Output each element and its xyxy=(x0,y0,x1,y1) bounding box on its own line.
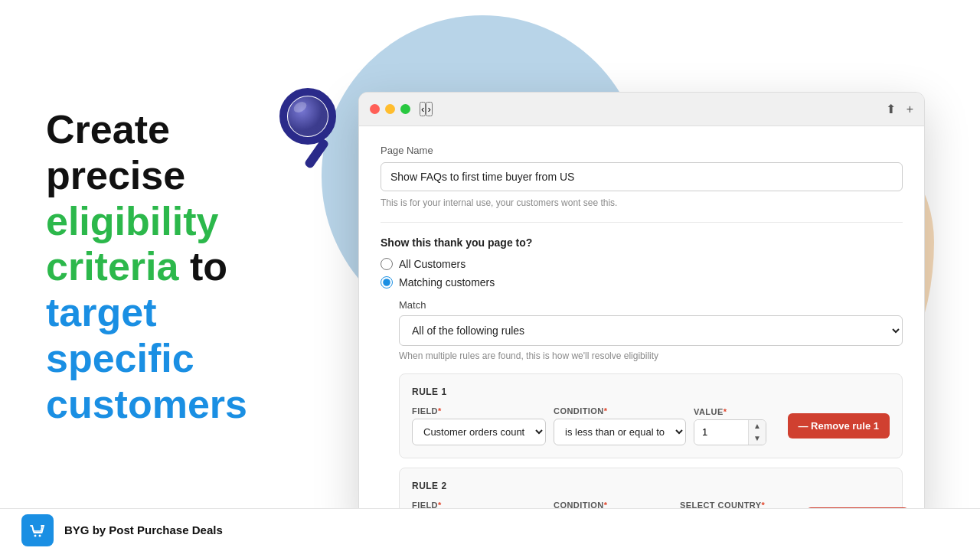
rule-1-condition-col: CONDITION* is less than or equal to is g… xyxy=(554,406,686,445)
page-name-hint: This is for your internal use, your cust… xyxy=(381,197,903,208)
forward-button[interactable]: › xyxy=(426,102,432,116)
rule-1-value-input[interactable] xyxy=(694,420,748,444)
page-name-input[interactable] xyxy=(381,162,903,191)
rule-1-field-select[interactable]: Customer orders count Customer country C… xyxy=(412,419,546,445)
all-customers-option[interactable]: All Customers xyxy=(381,258,903,270)
rule-1-condition-select[interactable]: is less than or equal to is greater than… xyxy=(554,419,686,445)
minimize-button[interactable] xyxy=(385,104,395,114)
rule-1-decrement[interactable]: ▼ xyxy=(749,432,766,445)
svg-point-6 xyxy=(39,534,41,536)
all-customers-radio[interactable] xyxy=(381,258,393,270)
hero-line4-rest: to xyxy=(178,244,227,289)
rule-1-field-label: FIELD* xyxy=(412,406,546,416)
cart-icon xyxy=(27,520,48,541)
back-button[interactable]: ‹ xyxy=(420,102,426,116)
browser-content: Page Name This is for your internal use,… xyxy=(359,126,924,527)
rule-1-value-label: VALUE* xyxy=(694,407,766,416)
hero-line2: precise xyxy=(46,153,185,197)
hero-line4-green: criteria xyxy=(46,244,178,289)
rule-1-card: RULE 1 FIELD* Customer orders count Cust… xyxy=(399,373,903,458)
match-label: Match xyxy=(399,299,903,311)
rule-1-value-wrapper: ▲ ▼ xyxy=(694,419,766,445)
rule-1-fields: FIELD* Customer orders count Customer co… xyxy=(412,406,890,445)
page-name-label: Page Name xyxy=(381,145,903,156)
svg-rect-4 xyxy=(27,520,48,541)
svg-point-2 xyxy=(288,96,328,136)
add-tab-button[interactable]: + xyxy=(906,103,913,116)
share-button[interactable]: ⬆ xyxy=(886,102,896,116)
customer-type-radio-group: All Customers Matching customers xyxy=(381,258,903,289)
hero-line1: Create xyxy=(46,107,170,152)
show-page-label: Show this thank you page to? xyxy=(381,236,903,249)
remove-rule-1-button[interactable]: — Remove rule 1 xyxy=(788,413,890,439)
rule-1-condition-label: CONDITION* xyxy=(554,406,686,416)
rule-1-increment[interactable]: ▲ xyxy=(749,420,766,432)
bottom-bar: BYG by Post Purchase Deals xyxy=(0,508,980,551)
rule-1-field-col: FIELD* Customer orders count Customer co… xyxy=(412,406,546,445)
svg-point-5 xyxy=(34,534,37,536)
browser-traffic-lights xyxy=(370,104,410,114)
maximize-button[interactable] xyxy=(400,104,410,114)
rule-1-value-col: VALUE* ▲ ▼ xyxy=(694,407,766,445)
hero-line3: eligibility xyxy=(46,199,218,243)
matching-customers-radio[interactable] xyxy=(381,276,393,289)
matching-customers-label: Matching customers xyxy=(399,276,495,289)
close-button[interactable] xyxy=(370,104,380,114)
hero-line5: target specific xyxy=(46,290,194,380)
divider-1 xyxy=(381,222,903,223)
matching-customers-option[interactable]: Matching customers xyxy=(381,276,903,289)
all-customers-label: All Customers xyxy=(399,258,466,270)
eligibility-note: When multiple rules are found, this is h… xyxy=(399,350,903,361)
match-select[interactable]: All of the following rules Any of the fo… xyxy=(399,315,903,346)
byg-app-name: BYG by Post Purchase Deals xyxy=(64,523,223,536)
browser-actions: ⬆ + xyxy=(886,102,913,116)
browser-titlebar: ‹ › ⬆ + xyxy=(359,93,924,126)
rule-1-spinners: ▲ ▼ xyxy=(748,420,766,445)
browser-window: ‹ › ⬆ + Page Name This is for your inter… xyxy=(358,92,925,528)
rule-1-title: RULE 1 xyxy=(412,386,890,397)
hero-text: Create precise eligibility criteria to t… xyxy=(46,107,314,428)
rule-2-title: RULE 2 xyxy=(412,481,890,491)
magnifier-icon xyxy=(276,84,352,176)
hero-line6: customers xyxy=(46,382,247,426)
byg-logo xyxy=(21,514,54,546)
